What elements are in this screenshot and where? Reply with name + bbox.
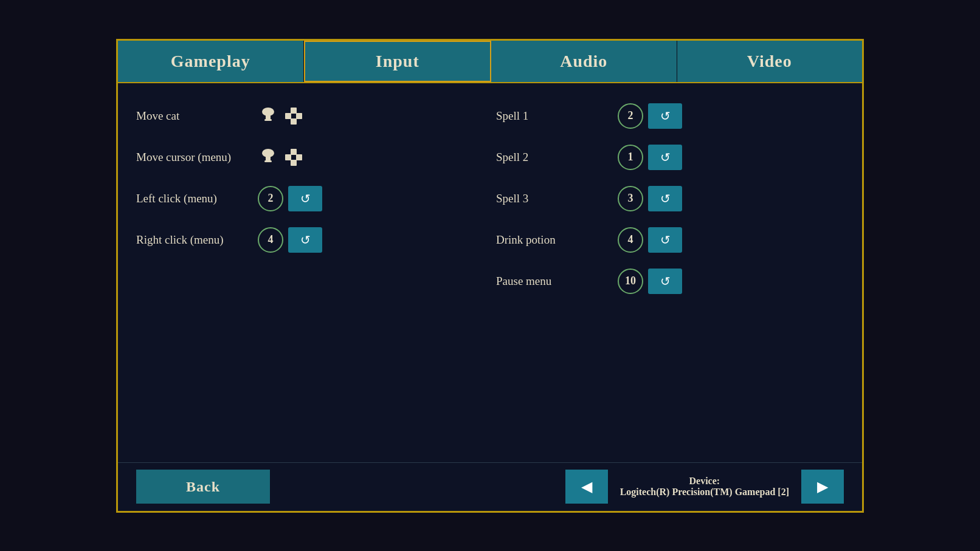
svg-rect-1 — [266, 112, 271, 120]
binding-label-spell2: Spell 2 — [496, 151, 612, 164]
left-click-reset-button[interactable]: ↺ — [288, 186, 322, 211]
binding-row-spell2: Spell 2 1 ↺ — [496, 137, 844, 178]
tab-video[interactable]: Video — [677, 41, 863, 82]
undo-icon-spell1: ↺ — [660, 109, 671, 123]
undo-icon: ↺ — [300, 191, 311, 206]
undo-icon-spell3: ↺ — [660, 191, 671, 206]
undo-icon-2: ↺ — [300, 233, 311, 247]
binding-row-spell1: Spell 1 2 ↺ — [496, 95, 844, 137]
pause-menu-badge: 10 — [618, 269, 643, 294]
bottom-bar: Back ◀ Device: Logitech(R) Precision(TM)… — [118, 462, 862, 511]
move-cursor-icons — [258, 147, 304, 168]
next-device-button[interactable]: ▶ — [801, 470, 844, 504]
analog-stick-icon — [258, 106, 278, 126]
spell2-reset-button[interactable]: ↺ — [648, 145, 682, 170]
left-column: Move cat — [136, 95, 484, 450]
svg-rect-2 — [264, 119, 272, 121]
right-column: Spell 1 2 ↺ Spell 2 1 — [496, 95, 844, 450]
content-area: Move cat — [118, 83, 862, 462]
drink-potion-icons: 4 ↺ — [618, 227, 682, 253]
tab-audio[interactable]: Audio — [491, 41, 677, 82]
binding-row-pause-menu: Pause menu 10 ↺ — [496, 261, 844, 302]
device-info: Device: Logitech(R) Precision(TM) Gamepa… — [620, 476, 789, 498]
dpad-icon-2 — [283, 147, 304, 168]
dpad-icon — [283, 106, 304, 126]
prev-device-button[interactable]: ◀ — [565, 470, 608, 504]
settings-panel: Gameplay Input Audio Video Move cat — [116, 39, 864, 513]
svg-rect-13 — [264, 160, 272, 162]
right-click-icons: 4 ↺ — [258, 227, 322, 253]
next-icon: ▶ — [817, 478, 828, 495]
analog-stick-icon-2 — [258, 147, 278, 168]
binding-row-move-cat: Move cat — [136, 95, 484, 137]
binding-label-drink-potion: Drink potion — [496, 233, 612, 247]
device-name: Logitech(R) Precision(TM) Gamepad [2] — [620, 487, 789, 498]
spell2-badge: 1 — [618, 145, 643, 170]
undo-icon-drink-potion: ↺ — [660, 233, 671, 247]
tab-input[interactable]: Input — [304, 41, 492, 82]
svg-rect-12 — [266, 153, 271, 162]
binding-row-move-cursor: Move cursor (menu) — [136, 137, 484, 178]
binding-label-right-click: Right click (menu) — [136, 233, 252, 247]
binding-row-spell3: Spell 3 3 ↺ — [496, 178, 844, 219]
pause-menu-icons: 10 ↺ — [618, 269, 682, 294]
spell3-badge: 3 — [618, 186, 643, 211]
left-click-badge: 2 — [258, 186, 283, 211]
device-label: Device: — [689, 476, 720, 487]
right-click-reset-button[interactable]: ↺ — [288, 227, 322, 253]
back-button[interactable]: Back — [136, 470, 270, 504]
undo-icon-pause-menu: ↺ — [660, 274, 671, 289]
binding-label-spell1: Spell 1 — [496, 109, 612, 123]
prev-icon: ◀ — [581, 478, 592, 495]
binding-row-drink-potion: Drink potion 4 ↺ — [496, 219, 844, 261]
drink-potion-reset-button[interactable]: ↺ — [648, 227, 682, 253]
drink-potion-badge: 4 — [618, 227, 643, 253]
tab-bar: Gameplay Input Audio Video — [118, 41, 862, 83]
spell1-reset-button[interactable]: ↺ — [648, 103, 682, 129]
undo-icon-spell2: ↺ — [660, 150, 671, 165]
pause-menu-reset-button[interactable]: ↺ — [648, 269, 682, 294]
binding-row-right-click: Right click (menu) 4 ↺ — [136, 219, 484, 261]
spell1-icons: 2 ↺ — [618, 103, 682, 129]
binding-label-move-cat: Move cat — [136, 109, 252, 123]
spell3-icons: 3 ↺ — [618, 186, 682, 211]
binding-label-move-cursor: Move cursor (menu) — [136, 151, 252, 164]
spell3-reset-button[interactable]: ↺ — [648, 186, 682, 211]
tab-gameplay[interactable]: Gameplay — [118, 41, 304, 82]
binding-label-left-click: Left click (menu) — [136, 192, 252, 205]
spell2-icons: 1 ↺ — [618, 145, 682, 170]
binding-label-spell3: Spell 3 — [496, 192, 612, 205]
right-click-badge: 4 — [258, 227, 283, 253]
left-click-icons: 2 ↺ — [258, 186, 322, 211]
binding-label-pause-menu: Pause menu — [496, 275, 612, 288]
spell1-badge: 2 — [618, 103, 643, 129]
move-cat-icons — [258, 106, 304, 126]
binding-row-left-click: Left click (menu) 2 ↺ — [136, 178, 484, 219]
